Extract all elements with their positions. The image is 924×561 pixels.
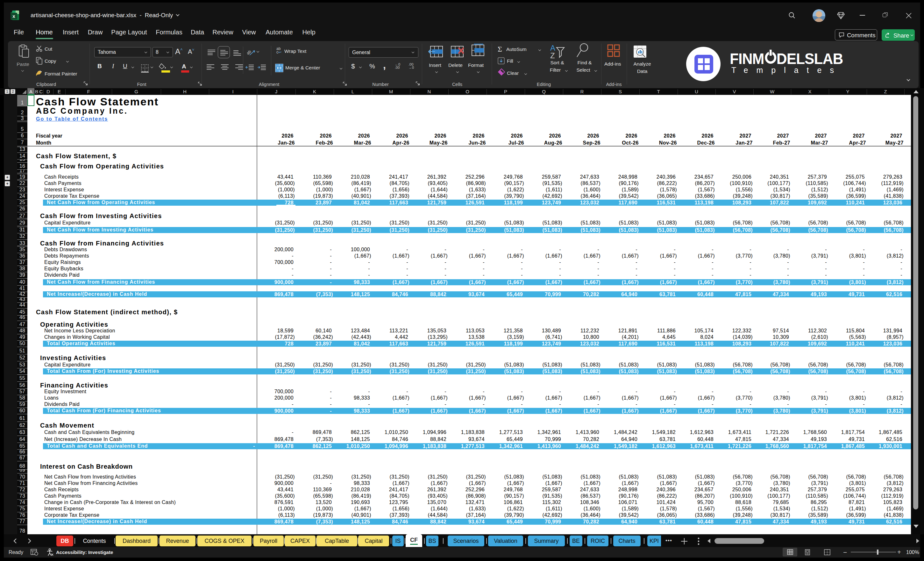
svg-text:Z: Z bbox=[550, 51, 555, 58]
svg-text:A: A bbox=[550, 44, 555, 52]
svg-text:ab: ab bbox=[247, 49, 252, 56]
